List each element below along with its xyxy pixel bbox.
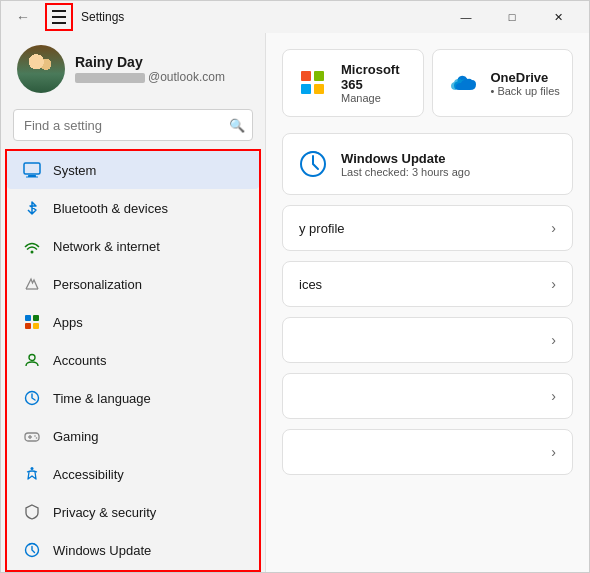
- sidebar-label-gaming: Gaming: [53, 429, 99, 444]
- privacy-icon: [23, 503, 41, 521]
- sidebar-item-apps[interactable]: Apps: [7, 303, 259, 341]
- system-icon: [23, 161, 41, 179]
- avatar: [17, 45, 65, 93]
- chevron-icon-2: ›: [551, 332, 556, 348]
- svg-rect-3: [26, 177, 38, 178]
- sidebar-label-update: Windows Update: [53, 543, 151, 558]
- settings-window: ← Settings — □ ✕: [0, 0, 590, 573]
- accessibility-icon: [23, 465, 41, 483]
- svg-rect-9: [33, 323, 39, 329]
- search-box: 🔍: [13, 109, 253, 141]
- setting-row-devices[interactable]: ices ›: [282, 261, 573, 307]
- close-button[interactable]: ✕: [535, 1, 581, 33]
- setting-row-profile[interactable]: y profile ›: [282, 205, 573, 251]
- sidebar-item-system[interactable]: System: [7, 151, 259, 189]
- setting-row-devices-label: ices: [299, 277, 322, 292]
- svg-point-16: [36, 437, 38, 439]
- sidebar-label-accounts: Accounts: [53, 353, 106, 368]
- content-area: Rainy Day @outlook.com 🔍 System: [1, 33, 589, 572]
- chevron-icon-4: ›: [551, 444, 556, 460]
- user-profile[interactable]: Rainy Day @outlook.com: [1, 33, 265, 105]
- onedrive-text: OneDrive • Back up files: [491, 70, 560, 97]
- sidebar-item-bluetooth[interactable]: Bluetooth & devices: [7, 189, 259, 227]
- search-icon: 🔍: [229, 118, 245, 133]
- sidebar: Rainy Day @outlook.com 🔍 System: [1, 33, 266, 572]
- sidebar-item-personalization[interactable]: Personalization: [7, 265, 259, 303]
- microsoft365-card[interactable]: Microsoft 365 Manage: [282, 49, 424, 117]
- sidebar-label-accessibility: Accessibility: [53, 467, 124, 482]
- quick-cards: Microsoft 365 Manage OneDrive • Back up …: [282, 49, 573, 117]
- svg-point-15: [34, 435, 36, 437]
- onedrive-card[interactable]: OneDrive • Back up files: [432, 49, 574, 117]
- sidebar-item-time[interactable]: Time & language: [7, 379, 259, 417]
- hamburger-line-1: [52, 10, 66, 12]
- avatar-image: [17, 45, 65, 93]
- sidebar-label-personalization: Personalization: [53, 277, 142, 292]
- hamburger-button[interactable]: [45, 3, 73, 31]
- microsoft365-text: Microsoft 365 Manage: [341, 62, 411, 104]
- network-icon: [23, 237, 41, 255]
- sidebar-item-accessibility[interactable]: Accessibility: [7, 455, 259, 493]
- user-info: Rainy Day @outlook.com: [75, 54, 225, 84]
- title-bar: ← Settings — □ ✕: [1, 1, 589, 33]
- svg-point-17: [31, 467, 34, 470]
- apps-icon: [23, 313, 41, 331]
- svg-rect-7: [33, 315, 39, 321]
- onedrive-subtitle: • Back up files: [491, 85, 560, 97]
- svg-point-4: [31, 251, 34, 254]
- sidebar-label-privacy: Privacy & security: [53, 505, 156, 520]
- windows-update-subtitle: Last checked: 3 hours ago: [341, 166, 470, 178]
- title-bar-controls: — □ ✕: [443, 1, 581, 33]
- svg-rect-6: [25, 315, 31, 321]
- main-panel: Microsoft 365 Manage OneDrive • Back up …: [266, 33, 589, 572]
- windows-update-card[interactable]: Windows Update Last checked: 3 hours ago: [282, 133, 573, 195]
- onedrive-title: OneDrive: [491, 70, 560, 85]
- chevron-icon-1: ›: [551, 276, 556, 292]
- chevron-icon-0: ›: [551, 220, 556, 236]
- sidebar-label-bluetooth: Bluetooth & devices: [53, 201, 168, 216]
- svg-rect-1: [24, 163, 40, 174]
- user-name: Rainy Day: [75, 54, 225, 70]
- time-icon: [23, 389, 41, 407]
- gaming-icon: [23, 427, 41, 445]
- search-input[interactable]: [13, 109, 253, 141]
- sidebar-item-update[interactable]: Windows Update: [7, 531, 259, 569]
- chevron-icon-3: ›: [551, 388, 556, 404]
- sidebar-item-gaming[interactable]: Gaming: [7, 417, 259, 455]
- onedrive-icon: [445, 65, 481, 101]
- nav-list: System Bluetooth & devices Network & int…: [5, 149, 261, 572]
- update-icon: [23, 541, 41, 559]
- sidebar-label-network: Network & internet: [53, 239, 160, 254]
- sidebar-label-apps: Apps: [53, 315, 83, 330]
- back-button[interactable]: ←: [9, 3, 37, 31]
- setting-row-3[interactable]: ›: [282, 317, 573, 363]
- hamburger-line-2: [52, 16, 66, 18]
- microsoft365-subtitle: Manage: [341, 92, 411, 104]
- bluetooth-icon: [23, 199, 41, 217]
- personalization-icon: [23, 275, 41, 293]
- email-blur: [75, 73, 145, 83]
- setting-row-5[interactable]: ›: [282, 429, 573, 475]
- title-bar-left: ← Settings: [9, 3, 124, 31]
- windows-update-icon: [295, 146, 331, 182]
- sidebar-item-network[interactable]: Network & internet: [7, 227, 259, 265]
- svg-rect-8: [25, 323, 31, 329]
- sidebar-item-privacy[interactable]: Privacy & security: [7, 493, 259, 531]
- setting-row-4[interactable]: ›: [282, 373, 573, 419]
- microsoft365-title: Microsoft 365: [341, 62, 411, 92]
- sidebar-label-system: System: [53, 163, 96, 178]
- svg-point-10: [29, 355, 35, 361]
- windows-update-title: Windows Update: [341, 151, 470, 166]
- windows-update-text: Windows Update Last checked: 3 hours ago: [341, 151, 470, 178]
- hamburger-line-3: [52, 22, 66, 24]
- sidebar-item-accounts[interactable]: Accounts: [7, 341, 259, 379]
- microsoft365-icon: [295, 65, 331, 101]
- accounts-icon: [23, 351, 41, 369]
- window-title: Settings: [81, 10, 124, 24]
- user-email: @outlook.com: [75, 70, 225, 84]
- setting-row-profile-label: y profile: [299, 221, 345, 236]
- maximize-button[interactable]: □: [489, 1, 535, 33]
- sidebar-label-time: Time & language: [53, 391, 151, 406]
- minimize-button[interactable]: —: [443, 1, 489, 33]
